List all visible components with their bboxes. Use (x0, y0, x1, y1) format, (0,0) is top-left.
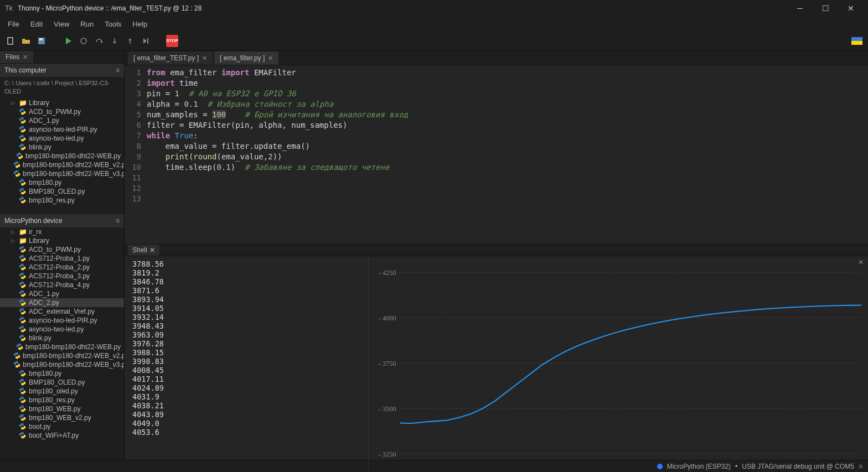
file-item[interactable]: boot_WiFi+AT.py (0, 431, 124, 440)
menu-view[interactable]: View (48, 18, 75, 30)
panel-path[interactable]: C: \ Users \ icebr \ Project \ ESP32-C3-… (0, 77, 124, 98)
menu-edit[interactable]: Edit (25, 18, 48, 30)
file-item[interactable]: bmp180.py (0, 178, 124, 187)
editor-tab[interactable]: [ ema_filter.py ]✕ (214, 51, 278, 65)
python-file-icon (19, 378, 27, 386)
close-button[interactable]: ✕ (838, 0, 864, 17)
maximize-button[interactable]: ☐ (813, 0, 838, 17)
close-icon[interactable]: ✕ (149, 246, 155, 254)
file-tree-local[interactable]: ▷📁LibraryACD_to_PWM.pyADC_1.pyasyncio-tw… (0, 98, 124, 212)
file-item[interactable]: asyncio-two-led.py (0, 325, 124, 334)
file-item[interactable]: bmp180_res.py (0, 396, 124, 404)
menu-help[interactable]: Help (127, 18, 153, 30)
python-file-icon (16, 152, 23, 159)
item-label: Library (29, 237, 49, 245)
file-item[interactable]: bmp180_res.py (0, 196, 124, 205)
stop-button[interactable]: STOP (166, 35, 178, 47)
code-area[interactable]: from ema_filter import EMAFilterimport t… (147, 65, 868, 244)
item-label: bmp180-bmp180-dht22-WEB.py (25, 343, 121, 351)
minimize-button[interactable]: ─ (787, 0, 813, 17)
item-label: ACD_to_PWM.py (29, 246, 81, 253)
hamburger-icon[interactable]: ≡ (116, 217, 120, 225)
folder-item[interactable]: ▷📁Library (0, 98, 124, 107)
new-file-button[interactable] (4, 35, 17, 47)
file-item[interactable]: bmp180-bmp180-dht22-WEB_v3.p (0, 360, 124, 369)
svg-text:- 4000: - 4000 (379, 314, 396, 322)
file-item[interactable]: asyncio-two-led-PIR.py (0, 125, 124, 134)
svg-rect-9 (147, 38, 148, 44)
file-item[interactable]: bmp180-bmp180-dht22-WEB.py (0, 152, 124, 160)
file-item[interactable]: bmp180-bmp180-dht22-WEB.py (0, 343, 124, 351)
svg-point-4 (81, 38, 86, 44)
menu-tools[interactable]: Tools (99, 18, 127, 30)
file-item[interactable]: BMP180_OLED.py (0, 187, 124, 196)
file-item[interactable]: BMP180_OLED.py (0, 378, 124, 387)
chevron-right-icon: ▷ (11, 100, 17, 106)
python-file-icon (13, 161, 20, 168)
step-over-button[interactable] (93, 35, 105, 47)
debug-button[interactable] (78, 35, 90, 47)
menu-file[interactable]: File (2, 18, 25, 30)
save-button[interactable] (35, 35, 48, 47)
app-icon: Tk (4, 4, 13, 13)
menubar: FileEditViewRunToolsHelp (0, 17, 868, 31)
file-item[interactable]: bmp180_WEB.py (0, 404, 124, 413)
file-item[interactable]: ACS712-Proba_4.py (0, 281, 124, 289)
python-file-icon (19, 143, 27, 151)
step-out-button[interactable] (124, 35, 136, 47)
resume-button[interactable] (140, 35, 152, 47)
file-item[interactable]: ACS712-Proba_1.py (0, 254, 124, 263)
chevron-right-icon: ▷ (11, 238, 17, 243)
python-file-icon (19, 414, 27, 421)
item-label: BMP180_OLED.py (29, 378, 85, 386)
panel-device-header[interactable]: MicroPython device ≡ (0, 214, 124, 227)
file-item[interactable]: ADC_external_Vref.py (0, 307, 124, 316)
files-panel-tab[interactable]: Files ✕ (0, 51, 33, 63)
close-icon[interactable]: ✕ (858, 258, 864, 266)
tab-label: [ ema_filter_TEST.py ] (133, 54, 199, 62)
file-item[interactable]: ACS712-Proba_2.py (0, 263, 124, 272)
window-title: Thonny - MicroPython device :: /ema_filt… (18, 4, 787, 12)
plotter-chart[interactable]: - 4250- 4000- 3750- 3500- 3250 ✕ (368, 256, 868, 470)
step-into-button[interactable] (108, 35, 121, 47)
item-label: BMP180_OLED.py (29, 188, 85, 195)
file-item[interactable]: bmp180-bmp180-dht22-WEB_v2.p (0, 160, 124, 169)
file-item[interactable]: bmp180.py (0, 369, 124, 378)
file-item[interactable]: bmp180_oled.py (0, 387, 124, 396)
item-label: ADC_external_Vref.py (29, 308, 95, 315)
menu-run[interactable]: Run (75, 18, 99, 30)
file-item[interactable]: ACD_to_PWM.py (0, 245, 124, 254)
editor-body[interactable]: 12345678910111213 from ema_filter import… (125, 65, 868, 244)
run-button[interactable] (62, 35, 74, 47)
file-item[interactable]: ADC_2.py (0, 298, 124, 307)
item-label: Library (29, 99, 49, 107)
file-item[interactable]: bmp180-bmp180-dht22-WEB_v2.p (0, 351, 124, 360)
file-item[interactable]: blink.py (0, 143, 124, 152)
close-icon[interactable]: ✕ (202, 55, 207, 62)
shell-tab[interactable]: Shell ✕ (128, 245, 159, 256)
panel-this-computer-header[interactable]: This computer ≡ (0, 64, 124, 77)
python-file-icon (19, 334, 27, 341)
file-tree-device[interactable]: ▷📁ir_rx▷📁LibraryACD_to_PWM.pyACS712-Prob… (0, 227, 124, 460)
file-item[interactable]: ADC_1.py (0, 289, 124, 298)
python-file-icon (19, 188, 27, 195)
open-file-button[interactable] (20, 35, 32, 47)
file-item[interactable]: bmp180-bmp180-dht22-WEB_v3.p (0, 169, 124, 178)
folder-item[interactable]: ▷📁ir_rx (0, 227, 124, 236)
item-label: bmp180_oled.py (29, 387, 78, 395)
close-icon[interactable]: ✕ (23, 54, 28, 61)
file-item[interactable]: ACS712-Proba_3.py (0, 272, 124, 281)
close-icon[interactable]: ✕ (268, 55, 273, 62)
file-item[interactable]: ADC_1.py (0, 116, 124, 125)
file-item[interactable]: asyncio-two-led.py (0, 134, 124, 143)
file-item[interactable]: ACD_to_PWM.py (0, 107, 124, 116)
file-item[interactable]: boot.py (0, 422, 124, 431)
item-label: blink.py (29, 143, 51, 151)
folder-item[interactable]: ▷📁Library (0, 236, 124, 245)
shell-output[interactable]: 3788.563819.23846.783871.63893.943914.05… (125, 256, 368, 470)
file-item[interactable]: bmp180_WEB_v2.py (0, 413, 124, 422)
editor-tab[interactable]: [ ema_filter_TEST.py ]✕ (128, 51, 213, 65)
file-item[interactable]: blink.py (0, 334, 124, 343)
file-item[interactable]: asyncio-two-led-PIR.py (0, 316, 124, 325)
hamburger-icon[interactable]: ≡ (116, 66, 120, 74)
